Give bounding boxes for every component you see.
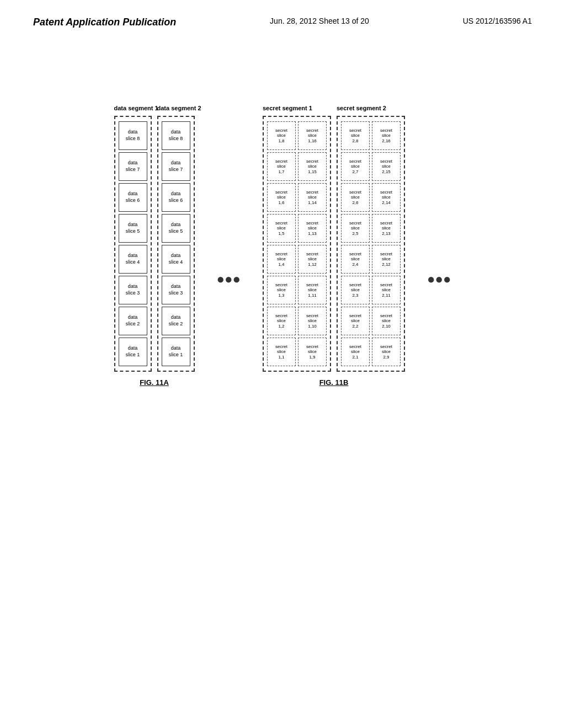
secret-2-7: secretslice2,7	[341, 152, 370, 181]
seg1-col: dataslice 8 dataslice 7 dataslice 6 data…	[119, 121, 147, 366]
data-slice-1-2: dataslice 2	[119, 307, 147, 335]
data-slice-1-8: dataslice 8	[119, 121, 147, 150]
data-slice-2-1: dataslice 1	[162, 338, 190, 366]
data-slice-2-3: dataslice 3	[162, 276, 190, 304]
ellipsis-1: ●●●	[217, 88, 241, 387]
secret-2-12: secretslice2,12	[372, 245, 401, 274]
header: Patent Application Publication Jun. 28, …	[0, 0, 565, 28]
data-slice-2-5: dataslice 5	[162, 214, 190, 243]
page: Patent Application Publication Jun. 28, …	[0, 0, 565, 728]
secret-1-12: secretslice1,12	[298, 245, 327, 274]
secret-2-3: secretslice2,3	[341, 276, 370, 304]
secret-2-5: secretslice2,5	[341, 214, 370, 243]
data-slice-2-6: dataslice 6	[162, 183, 190, 212]
seg1-label: data segment 1	[114, 105, 158, 111]
seg2-label: data segment 2	[157, 105, 201, 111]
data-slice-1-5: dataslice 5	[119, 214, 147, 243]
secret-1-4: secretslice1,4	[267, 245, 296, 274]
header-publication-label: Patent Application Publication	[33, 17, 176, 28]
secret-1-16: secretslice1,16	[298, 121, 327, 150]
seg2-col: dataslice 8 dataslice 7 dataslice 6 data…	[162, 121, 190, 366]
secret-2-1: secretslice2,1	[341, 338, 370, 366]
secret-1-15: secretslice1,15	[298, 152, 327, 181]
secret-2-4: secretslice2,4	[341, 245, 370, 274]
secret-2-13: secretslice2,13	[372, 214, 401, 243]
secret-1-8: secretslice1,8	[267, 121, 296, 150]
header-patent-number: US 2012/163596 A1	[463, 17, 532, 25]
secret-1-10: secretslice1,10	[298, 307, 327, 335]
secret-1-9: secretslice1,9	[298, 338, 327, 366]
figure-11b: secret segment 1 secretslice1,8 secretsl…	[263, 88, 405, 387]
secret-2-9: secretslice2,9	[372, 338, 401, 366]
secret-1-13: secretslice1,13	[298, 214, 327, 243]
data-slice-2-7: dataslice 7	[162, 152, 190, 181]
secret-2-15: secretslice2,15	[372, 152, 401, 181]
secret-1-11: secretslice1,11	[298, 276, 327, 304]
figures-row: data segment 1 dataslice 8 dataslice 7 d…	[33, 88, 532, 387]
secret-2-2: secretslice2,2	[341, 307, 370, 335]
secret-1-7: secretslice1,7	[267, 152, 296, 181]
secret-1-5: secretslice1,5	[267, 214, 296, 243]
fig11a-label: FIG. 11A	[140, 378, 169, 387]
data-slice-1-1: dataslice 1	[119, 338, 147, 366]
header-date-sheet: Jun. 28, 2012 Sheet 13 of 20	[270, 17, 369, 25]
secret-seg2-label: secret segment 2	[337, 105, 386, 111]
secret-2-10: secretslice2,10	[372, 307, 401, 335]
secret-1-3: secretslice1,3	[267, 276, 296, 304]
secret-2-11: secretslice2,11	[372, 276, 401, 304]
fig11b-label: FIG. 11B	[319, 378, 349, 387]
ellipsis-2: ●●●	[427, 88, 451, 387]
data-slice-1-6: dataslice 6	[119, 183, 147, 212]
secret-1-14: secretslice1,14	[298, 183, 327, 212]
secret-seg2-col1: secretslice2,8 secretslice2,7 secretslic…	[341, 121, 370, 366]
secret-seg1-col1: secretslice1,8 secretslice1,7 secretslic…	[267, 121, 296, 366]
data-slice-2-8: dataslice 8	[162, 121, 190, 150]
secret-seg2-col2: secretslice2,16 secretslice2,15 secretsl…	[372, 121, 401, 366]
data-slice-1-7: dataslice 7	[119, 152, 147, 181]
figure-11a: data segment 1 dataslice 8 dataslice 7 d…	[114, 88, 195, 387]
secret-2-14: secretslice2,14	[372, 183, 401, 212]
secret-1-1: secretslice1,1	[267, 338, 296, 366]
secret-1-2: secretslice1,2	[267, 307, 296, 335]
secret-2-6: secretslice2,6	[341, 183, 370, 212]
data-slice-2-2: dataslice 2	[162, 307, 190, 335]
data-slice-2-4: dataslice 4	[162, 245, 190, 274]
secret-seg1-col2: secretslice1,16 secretslice1,15 secretsl…	[298, 121, 327, 366]
secret-2-8: secretslice2,8	[341, 121, 370, 150]
data-slice-1-4: dataslice 4	[119, 245, 147, 274]
secret-seg1-label: secret segment 1	[263, 105, 312, 111]
secret-1-6: secretslice1,6	[267, 183, 296, 212]
data-slice-1-3: dataslice 3	[119, 276, 147, 304]
diagram-area: data segment 1 dataslice 8 dataslice 7 d…	[33, 88, 532, 387]
secret-2-16: secretslice2,16	[372, 121, 401, 150]
